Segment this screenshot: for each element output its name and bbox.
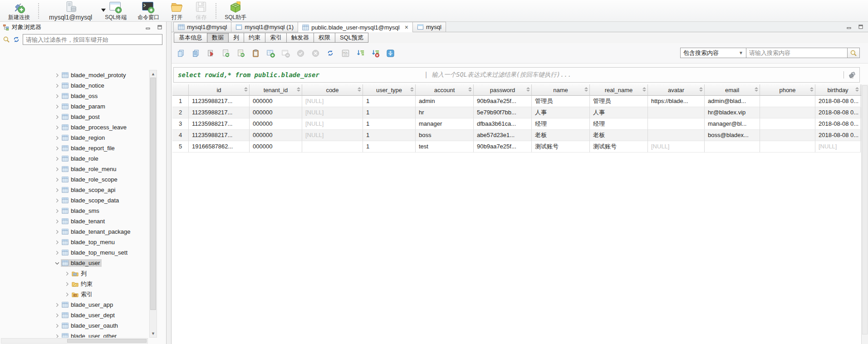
tree-item-blade_top_menu_sett[interactable]: blade_top_menu_sett — [0, 247, 149, 258]
tree-vertical-scrollbar[interactable]: ▲ ▼ — [149, 70, 157, 338]
copy-advanced-icon[interactable] — [191, 49, 200, 58]
cell-birthday[interactable]: 2018-08-08 0... — [815, 118, 861, 130]
sort-arrows-icon[interactable] — [468, 87, 472, 92]
tree-item-blade_region[interactable]: blade_region — [0, 133, 149, 143]
column-header-birthday[interactable]: birthday — [815, 84, 861, 96]
cell-avatar[interactable]: https://blade... — [648, 96, 705, 107]
collapse-rows-icon[interactable] — [386, 49, 395, 58]
tree-item-blade_post[interactable]: blade_post — [0, 112, 149, 122]
command-window-button[interactable]: 命令窗口 — [132, 0, 165, 21]
tree-item-blade_tenant_package[interactable]: blade_tenant_package — [0, 226, 149, 237]
cell-user_type[interactable]: 1 — [363, 96, 416, 107]
cell-account[interactable]: hr — [416, 107, 474, 118]
add-row-icon[interactable] — [266, 49, 275, 58]
cell-email[interactable] — [705, 141, 760, 152]
chevron-right-icon[interactable] — [54, 93, 61, 100]
close-icon[interactable]: × — [405, 24, 408, 30]
cell-phone[interactable] — [760, 118, 815, 130]
chevron-right-icon[interactable] — [54, 134, 61, 142]
cell-name[interactable]: 老板 — [532, 130, 590, 141]
column-header-user_type[interactable]: user_type — [363, 84, 416, 96]
cell-code[interactable] — [302, 141, 363, 152]
column-header-password[interactable]: password — [474, 84, 532, 96]
cell-name[interactable]: 人事 — [532, 107, 590, 118]
copy-insert-icon[interactable] — [206, 49, 215, 58]
sidebar-editor-sash[interactable] — [166, 22, 172, 344]
subtab-basic-info[interactable]: 基本信息 — [174, 33, 207, 43]
chevron-right-icon[interactable] — [54, 72, 61, 79]
column-header-avatar[interactable]: avatar — [648, 84, 705, 96]
editor-minimize-button[interactable] — [845, 23, 853, 30]
copy-icon[interactable] — [176, 49, 185, 58]
cell-tenant_id[interactable]: 000000 — [250, 96, 302, 107]
search-mode-select[interactable]: 包含搜索内容 ▼ — [680, 48, 746, 58]
tree-item-blade_sms[interactable]: blade_sms — [0, 206, 149, 216]
cell-email[interactable]: hr@bladex.vip — [705, 107, 760, 118]
cell-id[interactable]: 11235988217... — [189, 130, 250, 141]
cell-user_type[interactable]: 1 — [363, 118, 416, 130]
cell-id[interactable]: 11235988217... — [189, 118, 250, 130]
sort-arrows-icon[interactable] — [410, 87, 414, 92]
tree-item-blade_scope_data[interactable]: blade_scope_data — [0, 195, 149, 206]
table-row[interactable]: 211235988217...000000[NULL]1hr5e79b90f7b… — [172, 107, 861, 118]
column-header-account[interactable]: account — [416, 84, 474, 96]
tree-item-blade_user_other[interactable]: blade_user_other — [0, 331, 149, 338]
tree-item-blade_param[interactable]: blade_param — [0, 101, 149, 112]
tree-item-blade_user_app[interactable]: blade_user_app — [0, 300, 149, 310]
chevron-right-icon[interactable] — [64, 280, 71, 288]
chevron-right-icon[interactable] — [54, 218, 61, 225]
cell-account[interactable]: boss — [416, 130, 474, 141]
chevron-right-icon[interactable] — [54, 124, 61, 131]
cell-account[interactable]: manager — [416, 118, 474, 130]
cell-birthday[interactable]: 2018-08-08 0... — [815, 107, 861, 118]
save-button[interactable]: 保存 — [189, 0, 213, 21]
open-button[interactable]: 打开 — [165, 0, 189, 21]
tree-item-blade_process_leave[interactable]: blade_process_leave — [0, 122, 149, 133]
cell-avatar[interactable] — [648, 107, 705, 118]
sql-filter-bar[interactable]: select rowid,* from public.blade_user | … — [173, 67, 860, 83]
cell-email[interactable]: admin@blad... — [705, 96, 760, 107]
cell-code[interactable]: [NULL] — [302, 96, 363, 107]
cell-password[interactable]: dfbaa3b61ca... — [474, 118, 532, 130]
cell-user_type[interactable]: 1 — [363, 107, 416, 118]
sort-arrows-icon[interactable] — [526, 87, 530, 92]
cell-password[interactable]: 90b9aa7e25f... — [474, 96, 532, 107]
sort-arrows-icon[interactable] — [358, 87, 361, 92]
subtab-sql-preview[interactable]: SQL预览 — [335, 33, 368, 43]
eraser-icon[interactable] — [848, 71, 856, 79]
chevron-right-icon[interactable] — [54, 187, 61, 194]
cell-id[interactable]: 19166587862... — [189, 141, 250, 152]
chevron-right-icon[interactable] — [54, 312, 61, 319]
sort-filter-icon[interactable] — [356, 49, 365, 58]
sidebar-minimize-button[interactable] — [144, 24, 152, 31]
subtab-columns[interactable]: 列 — [228, 33, 244, 43]
cell-account[interactable]: test — [416, 141, 474, 152]
grid-scroll-thumb[interactable] — [862, 85, 868, 334]
cell-account[interactable]: admin — [416, 96, 474, 107]
subtab-indexes[interactable]: 索引 — [265, 33, 287, 43]
filter-clear-icon[interactable] — [371, 49, 380, 58]
tree-item-blade_notice[interactable]: blade_notice — [0, 80, 149, 91]
tree-item-blade_user_oauth[interactable]: blade_user_oauth — [0, 320, 149, 331]
refresh-icon[interactable] — [13, 36, 20, 43]
scroll-down-arrow-icon[interactable]: ▼ — [150, 330, 157, 337]
cell-real_name[interactable]: 测试账号 — [590, 141, 648, 152]
table-row[interactable]: 411235988217...000000[NULL]1bossabe57d23… — [172, 130, 861, 141]
chevron-right-icon[interactable] — [54, 176, 61, 183]
cell-birthday[interactable]: [NULL] — [815, 141, 861, 152]
column-header-real_name[interactable]: real_name — [590, 84, 648, 96]
active-connection-button[interactable]: mysql1@mysql — [42, 0, 99, 21]
tree-item-blade_role[interactable]: blade_role — [0, 153, 149, 164]
cell-tenant_id[interactable]: 000000 — [250, 107, 302, 118]
sort-arrows-icon[interactable] — [810, 87, 814, 92]
column-header-name[interactable]: name — [532, 84, 590, 96]
cell-phone[interactable] — [760, 141, 815, 152]
sort-arrows-icon[interactable] — [244, 87, 248, 92]
cell-name[interactable]: 管理员 — [532, 96, 590, 107]
tree-item-blade_model_prototy[interactable]: blade_model_prototy — [0, 70, 149, 80]
chevron-right-icon[interactable] — [54, 155, 61, 162]
cell-code[interactable]: [NULL] — [302, 118, 363, 130]
sql-filter-text[interactable]: select rowid,* from public.blade_user — [178, 71, 319, 79]
cell-phone[interactable] — [760, 107, 815, 118]
tree-horizontal-scrollbar[interactable] — [1, 338, 148, 344]
